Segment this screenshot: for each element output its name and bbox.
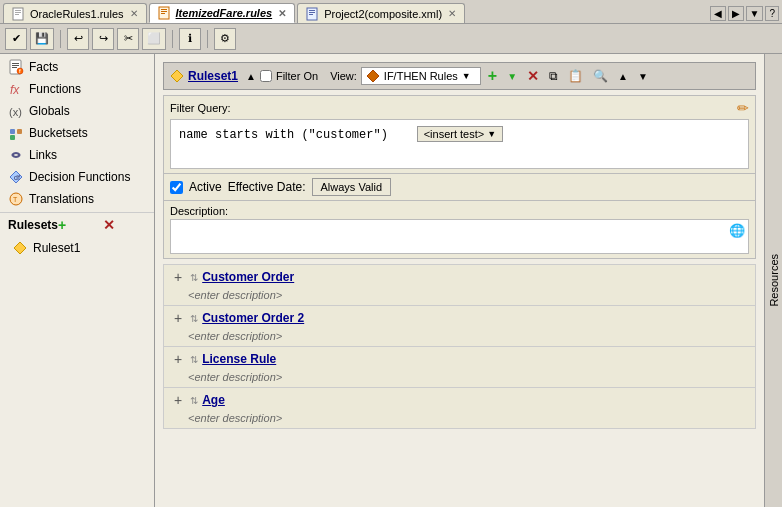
links-icon [8, 147, 24, 163]
bucketsets-icon [8, 125, 24, 141]
rule-name-license-rule[interactable]: License Rule [202, 352, 276, 366]
rule-expand-customer-order2[interactable]: + [170, 310, 186, 326]
ruleset-title[interactable]: Ruleset1 [188, 69, 238, 83]
build-button[interactable]: ⚙ [214, 28, 236, 50]
rule-expand-age[interactable]: + [170, 392, 186, 408]
add-rule-dropdown[interactable]: ▼ [504, 70, 520, 83]
active-checkbox[interactable] [170, 181, 183, 194]
cut-button[interactable]: ✂ [117, 28, 139, 50]
tab-itemized-fare[interactable]: ItemizedFare.rules ✕ [149, 3, 296, 23]
insert-test-label: <insert test> [424, 128, 485, 140]
sidebar-item-bucketsets-label: Bucketsets [29, 126, 88, 140]
svg-rect-10 [309, 12, 315, 13]
rule-item-customer-order2: + ⇅ Customer Order 2 <enter description> [163, 306, 756, 347]
help-button[interactable]: ? [765, 6, 779, 21]
composite-icon [306, 7, 320, 21]
tab-oracle-rules-close[interactable]: ✕ [130, 8, 138, 19]
rule-sort-icon-license-rule: ⇅ [190, 354, 198, 365]
active-date-row: Active Effective Date: Always Valid [163, 174, 756, 201]
rule-header-age[interactable]: + ⇅ Age [164, 388, 755, 412]
active-label[interactable]: Active [189, 180, 222, 194]
rulesets-add-button[interactable]: + [58, 217, 101, 233]
tab-project2-close[interactable]: ✕ [448, 8, 456, 19]
toolbar-sep-1 [60, 30, 61, 48]
rule-name-customer-order2[interactable]: Customer Order 2 [202, 311, 304, 325]
rules-list: + ⇅ Customer Order <enter description> +… [163, 264, 756, 429]
resources-sidebar[interactable]: Resources [764, 54, 782, 507]
filter-on-checkbox[interactable] [260, 70, 272, 82]
sidebar-item-translations[interactable]: T Translations [0, 188, 154, 210]
description-edit-icon[interactable]: 🌐 [729, 223, 745, 238]
view-dropdown-arrow[interactable]: ▼ [462, 71, 471, 81]
rules-icon-active [158, 6, 172, 20]
rule-expand-license-rule[interactable]: + [170, 351, 186, 367]
rules-icon [12, 7, 26, 21]
svg-rect-13 [12, 63, 19, 64]
view-select[interactable]: IF/THEN Rules ▼ [361, 67, 481, 85]
tab-itemized-fare-close[interactable]: ✕ [278, 8, 286, 19]
always-valid-button[interactable]: Always Valid [312, 178, 392, 196]
sidebar-item-links-label: Links [29, 148, 57, 162]
tab-scroll-right[interactable]: ▶ [728, 6, 744, 21]
ruleset-list-item-ruleset1[interactable]: Ruleset1 [0, 237, 154, 259]
globals-icon: (x) [8, 103, 24, 119]
ruleset-item-label: Ruleset1 [33, 241, 80, 255]
info-button[interactable]: ℹ [179, 28, 201, 50]
decision-functions-icon: df [8, 169, 24, 185]
copy-button[interactable]: ⬜ [142, 28, 166, 50]
save-button[interactable]: 💾 [30, 28, 54, 50]
rule-header-customer-order[interactable]: + ⇅ Customer Order [164, 265, 755, 289]
sidebar-item-globals[interactable]: (x) Globals [0, 100, 154, 122]
svg-marker-27 [14, 242, 26, 254]
rule-header-license-rule[interactable]: + ⇅ License Rule [164, 347, 755, 371]
paste-rule-button[interactable]: 📋 [565, 68, 586, 84]
filter-edit-icon[interactable]: ✏ [737, 100, 749, 116]
svg-rect-14 [12, 65, 19, 66]
rule-item-age: + ⇅ Age <enter description> [163, 388, 756, 429]
sidebar-item-decision-functions[interactable]: df Decision Functions [0, 166, 154, 188]
functions-icon: fx [8, 81, 24, 97]
tab-itemized-fare-label: ItemizedFare.rules [176, 7, 273, 19]
sidebar-item-links[interactable]: Links [0, 144, 154, 166]
rulesets-delete-button[interactable]: ✕ [103, 217, 146, 233]
rule-header-customer-order2[interactable]: + ⇅ Customer Order 2 [164, 306, 755, 330]
move-up-button[interactable]: ▲ [615, 70, 631, 83]
expand-icon[interactable]: ▲ [246, 71, 256, 82]
tab-scroll-left[interactable]: ◀ [710, 6, 726, 21]
left-panel: f Facts fx Functions (x) [0, 54, 155, 507]
rule-sort-icon-customer-order2: ⇅ [190, 313, 198, 324]
rule-expand-customer-order[interactable]: + [170, 269, 186, 285]
tab-oracle-rules[interactable]: OracleRules1.rules ✕ [3, 3, 147, 23]
tab-overflow: ◀ ▶ ▼ ? [710, 6, 779, 21]
svg-text:T: T [13, 196, 18, 203]
tab-project2[interactable]: Project2(composite.xml) ✕ [297, 3, 465, 23]
filter-query-label-row: Filter Query: ✏ [170, 100, 749, 116]
rule-name-customer-order[interactable]: Customer Order [202, 270, 294, 284]
sidebar-item-functions[interactable]: fx Functions [0, 78, 154, 100]
toolbar-sep-2 [172, 30, 173, 48]
rulesets-label: Rulesets [8, 218, 58, 232]
svg-rect-1 [15, 10, 21, 11]
sidebar-item-facts[interactable]: f Facts [0, 56, 154, 78]
filter-query-content[interactable]: name starts with ("customer") <insert te… [170, 119, 749, 169]
tab-dropdown[interactable]: ▼ [746, 6, 764, 21]
check-button[interactable]: ✔ [5, 28, 27, 50]
sidebar-item-bucketsets[interactable]: Bucketsets [0, 122, 154, 144]
rule-desc-customer-order: <enter description> [164, 289, 755, 305]
rule-name-age[interactable]: Age [202, 393, 225, 407]
undo-button[interactable]: ↩ [67, 28, 89, 50]
move-down-button[interactable]: ▼ [635, 70, 651, 83]
add-rule-button[interactable]: + [485, 66, 500, 86]
filter-on-label[interactable]: Filter On [276, 70, 318, 82]
nav-section: f Facts fx Functions (x) [0, 54, 154, 212]
copy-rule-button[interactable]: ⧉ [546, 68, 561, 84]
insert-test-button[interactable]: <insert test> ▼ [417, 126, 503, 142]
rule-sort-icon-customer-order: ⇅ [190, 272, 198, 283]
search-button[interactable]: 🔍 [590, 68, 611, 84]
toolbar: ✔ 💾 ↩ ↪ ✂ ⬜ ℹ ⚙ [0, 24, 782, 54]
svg-text:fx: fx [10, 83, 20, 97]
delete-rule-button[interactable]: ✕ [524, 67, 542, 85]
rule-item-customer-order: + ⇅ Customer Order <enter description> [163, 264, 756, 306]
redo-button[interactable]: ↪ [92, 28, 114, 50]
description-content[interactable]: 🌐 [170, 219, 749, 254]
